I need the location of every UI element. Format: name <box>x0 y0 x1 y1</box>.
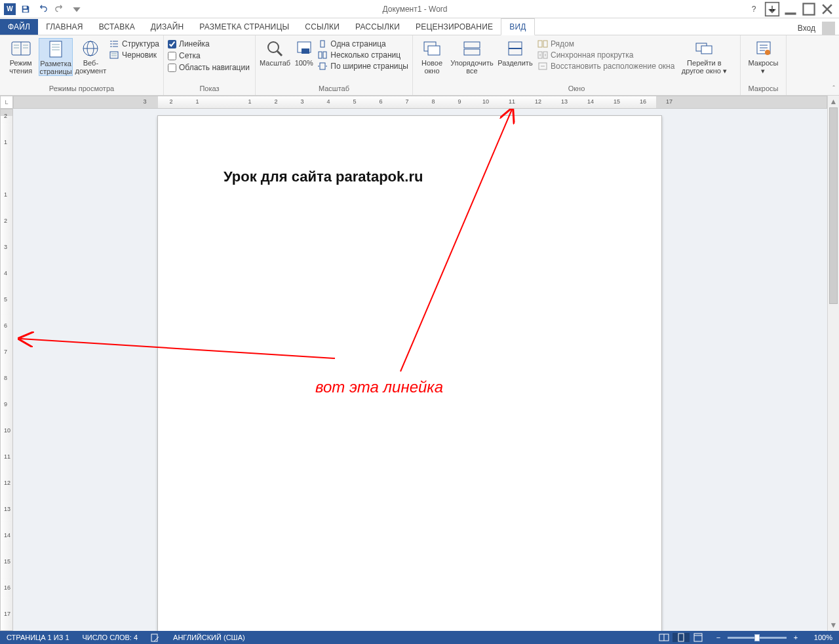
annotation-text: вот эта линейка <box>315 378 443 396</box>
page-width-button[interactable]: По ширине страницы <box>317 62 408 71</box>
ribbon-display-options-button[interactable] <box>764 2 780 16</box>
ruler-corner[interactable]: L <box>0 96 13 109</box>
tab-pagelayout[interactable]: РАЗМЕТКА СТРАНИЦЫ <box>191 19 297 35</box>
svg-line-22 <box>277 51 282 56</box>
scroll-down-button[interactable]: ▼ <box>828 619 839 631</box>
tab-file[interactable]: ФАЙЛ <box>0 19 38 35</box>
ribbon-tabs: ФАЙЛ ГЛАВНАЯ ВСТАВКА ДИЗАЙН РАЗМЕТКА СТР… <box>0 18 839 35</box>
help-button[interactable]: ? <box>746 2 762 16</box>
draft-button[interactable]: Черновик <box>109 50 159 60</box>
svg-rect-37 <box>538 52 542 58</box>
zoom-level[interactable]: 100% <box>808 634 839 641</box>
reset-window-pos-button[interactable]: Восстановить расположение окна <box>537 62 674 71</box>
svg-rect-11 <box>50 41 62 57</box>
scroll-thumb[interactable] <box>829 107 838 304</box>
macros-button[interactable]: Макросы▾ <box>745 38 782 75</box>
svg-rect-23 <box>298 42 311 52</box>
one-page-button[interactable]: Одна страница <box>317 39 408 48</box>
arrange-all-button[interactable]: Упорядочить все <box>448 38 496 75</box>
svg-rect-5 <box>12 42 30 55</box>
vertical-scrollbar[interactable]: ▲ ▼ <box>827 96 839 631</box>
ribbon: Режим чтения Разметка страницы Веб- доку… <box>0 35 839 96</box>
svg-rect-42 <box>757 42 770 54</box>
ruler-checkbox[interactable]: Линейка <box>168 39 250 48</box>
zoom-in-button[interactable]: + <box>790 634 801 641</box>
outline-button[interactable]: Структура <box>109 39 159 48</box>
redo-button[interactable] <box>52 2 67 16</box>
svg-rect-27 <box>323 52 326 58</box>
svg-rect-26 <box>319 52 322 58</box>
view-side-by-side-button[interactable]: Рядом <box>537 39 674 48</box>
view-readmode-button[interactable] <box>655 634 673 641</box>
tab-references[interactable]: ССЫЛКИ <box>297 19 347 35</box>
workspace: L 3211234567891011121314151617 211234567… <box>0 96 827 631</box>
zoom-button[interactable]: Масштаб <box>260 38 290 67</box>
group-show: Линейка Сетка Область навигации Показ <box>164 35 256 95</box>
undo-button[interactable] <box>35 2 50 16</box>
zoom-slider[interactable] <box>728 637 787 639</box>
svg-rect-49 <box>678 634 684 641</box>
svg-rect-33 <box>509 42 522 55</box>
tab-insert[interactable]: ВСТАВКА <box>91 19 143 35</box>
save-button[interactable] <box>18 2 33 16</box>
split-button[interactable]: Разделить <box>497 38 534 67</box>
status-proofing-icon[interactable] <box>144 631 166 644</box>
tab-review[interactable]: РЕЦЕНЗИРОВАНИЕ <box>408 19 501 35</box>
sync-scroll-button[interactable]: Синхронная прокрутка <box>537 50 674 60</box>
multi-page-button[interactable]: Несколько страниц <box>317 50 408 60</box>
web-layout-button[interactable]: Веб- документ <box>74 38 107 75</box>
user-avatar-icon[interactable] <box>822 22 835 35</box>
word-app-icon[interactable]: W <box>4 3 16 15</box>
read-mode-label: Режим чтения <box>9 59 32 75</box>
view-printlayout-button[interactable] <box>673 633 690 642</box>
svg-rect-36 <box>543 41 547 47</box>
group-macros: Макросы▾ Макросы <box>741 35 787 95</box>
window-buttons: ? <box>746 2 839 16</box>
svg-rect-1 <box>24 9 28 12</box>
tab-home[interactable]: ГЛАВНАЯ <box>38 19 90 35</box>
status-page[interactable]: СТРАНИЦА 1 ИЗ 1 <box>0 631 76 644</box>
svg-rect-35 <box>538 41 542 47</box>
page[interactable]: Урок для сайта paratapok.ru вот эта лине… <box>157 115 662 631</box>
collapse-ribbon-button[interactable]: ˆ <box>832 85 835 92</box>
group-views: Режим чтения Разметка страницы Веб- доку… <box>0 35 164 95</box>
document-canvas[interactable]: Урок для сайта paratapok.ru вот эта лине… <box>13 109 827 631</box>
tab-mailings[interactable]: РАССЫЛКИ <box>347 19 408 35</box>
svg-point-21 <box>268 42 279 52</box>
annotation-arrows <box>158 116 661 631</box>
navpane-checkbox[interactable]: Область навигации <box>168 63 250 72</box>
tab-design[interactable]: ДИЗАЙН <box>143 19 192 35</box>
close-button[interactable] <box>819 2 835 16</box>
tab-view[interactable]: ВИД <box>501 18 534 35</box>
switch-windows-button[interactable]: Перейти в другое окно ▾ <box>678 38 730 75</box>
gridlines-checkbox[interactable]: Сетка <box>168 51 250 60</box>
web-layout-label: Веб- документ <box>75 59 107 75</box>
svg-rect-3 <box>785 12 796 14</box>
titlebar: W Документ1 - Word ? <box>0 0 839 18</box>
vertical-ruler[interactable]: 21123456789101112131415161718 <box>0 109 13 631</box>
svg-line-45 <box>20 339 335 358</box>
minimize-button[interactable] <box>783 2 798 16</box>
svg-rect-40 <box>696 43 707 51</box>
zoom-out-button[interactable]: − <box>713 634 724 641</box>
zoom-100-button[interactable]: 100% <box>292 38 316 67</box>
document-text-line[interactable]: Урок для сайта paratapok.ru <box>224 168 423 185</box>
status-words[interactable]: ЧИСЛО СЛОВ: 4 <box>76 631 145 644</box>
maximize-button[interactable] <box>801 2 817 16</box>
qat-customize-button[interactable] <box>69 2 84 16</box>
view-weblayout-button[interactable] <box>690 633 707 642</box>
svg-rect-0 <box>24 6 27 9</box>
svg-rect-32 <box>464 49 480 55</box>
svg-rect-24 <box>302 48 309 54</box>
read-mode-button[interactable]: Режим чтения <box>4 38 37 75</box>
svg-rect-30 <box>428 46 440 55</box>
horizontal-ruler[interactable]: 3211234567891011121314151617 <box>13 96 827 109</box>
status-language[interactable]: АНГЛИЙСКИЙ (США) <box>166 631 252 644</box>
svg-point-43 <box>765 50 770 55</box>
signin-link[interactable]: Вход <box>798 24 815 33</box>
svg-rect-2 <box>766 2 779 16</box>
scroll-up-button[interactable]: ▲ <box>828 96 839 107</box>
svg-rect-50 <box>694 634 702 641</box>
print-layout-button[interactable]: Разметка страницы <box>39 38 72 76</box>
new-window-button[interactable]: Новое окно <box>417 38 447 75</box>
